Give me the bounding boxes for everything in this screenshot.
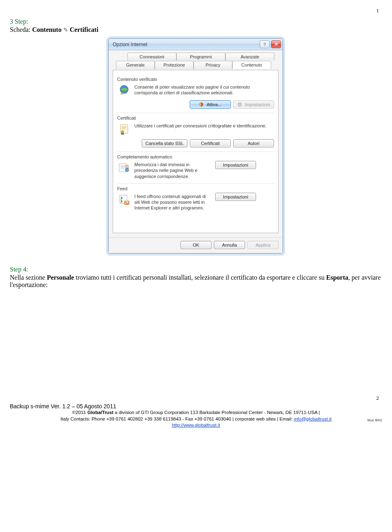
group-contenuto-verificato-header: Contenuto verificato xyxy=(117,77,274,82)
close-icon: ✕ xyxy=(274,42,278,47)
tab-privacy[interactable]: Privacy xyxy=(194,61,232,69)
group-certificati-header: Certificati xyxy=(117,116,274,120)
footer-line1-post: a division of GTI Group Corporation 113 … xyxy=(114,410,320,415)
help-button[interactable]: ? xyxy=(260,40,270,48)
tab-generale[interactable]: Generale xyxy=(116,61,155,69)
tab-panel-contenuto: Contenuto verificato Consente di poter v… xyxy=(113,70,278,233)
step4-label: Step 4: xyxy=(10,266,28,273)
footer-title: Backup s-mime Ver. 1.2 – 05 Agosto 2011 xyxy=(10,403,382,410)
dialog-title: Opzioni Internet xyxy=(113,42,147,47)
footer-mod: Mod. B002 xyxy=(368,418,382,423)
group-completamento-header: Completamento automatico xyxy=(117,154,274,159)
step3-label-text: 3 Step: xyxy=(10,18,28,25)
tab-protezione[interactable]: Protezione xyxy=(155,61,194,69)
step4-paragraph: Nella sezione Personale troviamo tutti i… xyxy=(10,274,382,289)
tab-programmi[interactable]: Programmi xyxy=(176,53,225,60)
pencil-icon: ✎ xyxy=(63,27,68,33)
step4-esporta: Esporta xyxy=(326,274,348,281)
page-number-top: 1 xyxy=(10,7,382,14)
globe-star-icon xyxy=(117,83,131,97)
certificati-button[interactable]: Certificati xyxy=(190,139,231,147)
footer-email-link[interactable]: info@globaltrust.it xyxy=(294,416,332,421)
impostazioni-feed-button[interactable]: Impostazioni xyxy=(215,193,256,201)
scheda-certificati: Certificati xyxy=(70,26,98,33)
footer-line1-pre: ©2011 xyxy=(72,410,87,415)
footer-line2: Italy Contacts: Phone +39 0761 402802 +3… xyxy=(10,416,382,423)
footer-url-link[interactable]: http://www.globaltrust.it xyxy=(172,423,220,427)
close-button[interactable]: ✕ xyxy=(271,40,281,48)
step4-mid: troviamo tutti i certificati personali i… xyxy=(74,274,326,281)
dialog-footer: OK Annulla Applica xyxy=(109,237,283,253)
dialog-titlebar[interactable]: Opzioni Internet ? ✕ xyxy=(109,39,283,50)
step4-pre: Nella sezione xyxy=(10,274,47,281)
group-feed-header: Feed xyxy=(117,186,274,191)
group1-desc: Consente di poter visualizzare solo pagi… xyxy=(134,83,274,97)
tab-strip: Connessioni Programmi Avanzate Generale … xyxy=(113,53,278,71)
autori-button[interactable]: Autori xyxy=(233,139,274,147)
svg-rect-12 xyxy=(125,168,129,171)
internet-options-dialog: Opzioni Internet ? ✕ Connessioni Program… xyxy=(108,38,283,254)
footer-globaltrust: GlobalTrust xyxy=(87,410,114,415)
tab-connessioni[interactable]: Connessioni xyxy=(127,53,176,60)
step3-label: 3 Step: xyxy=(10,18,382,25)
certificate-icon xyxy=(117,122,131,136)
ok-button[interactable]: OK xyxy=(180,241,212,249)
footer-line1: ©2011 GlobalTrust a division of GTI Grou… xyxy=(10,410,382,416)
form-autocomplete-icon xyxy=(117,161,131,175)
impostazioni-contenuto-button[interactable]: Impostazioni xyxy=(233,100,274,109)
tab-avanzate[interactable]: Avanzate xyxy=(225,53,274,60)
footer-line2-pre: Italy Contacts: Phone +39 0761 402802 +3… xyxy=(60,416,294,421)
annulla-button[interactable]: Annulla xyxy=(214,241,245,249)
page-number-bottom: 2 xyxy=(10,395,382,401)
help-icon: ? xyxy=(263,42,266,47)
cancella-ssl-button[interactable]: Cancella stato SSL xyxy=(142,139,187,147)
step4-personale: Personale xyxy=(47,274,74,281)
impostazioni-completamento-button[interactable]: Impostazioni xyxy=(215,161,256,169)
feed-icon xyxy=(117,193,131,207)
scheda-contenuto: Contenuto xyxy=(32,26,62,33)
footer-url-line: http://www.globaltrust.it xyxy=(10,422,382,429)
scheda-prefix: Scheda: xyxy=(10,26,32,33)
shield-icon xyxy=(199,102,204,107)
document-footer: Backup s-mime Ver. 1.2 – 05 Agosto 2011 … xyxy=(10,403,382,429)
step4-block: Step 4: Nella sezione Personale troviamo… xyxy=(10,266,382,289)
tab-contenuto[interactable]: Contenuto xyxy=(232,61,271,69)
group4-desc: I feed offrono contenuti aggiornati di s… xyxy=(134,193,212,211)
svg-point-15 xyxy=(125,203,126,204)
impostazioni-contenuto-label: Impostazioni xyxy=(245,102,270,107)
attiva-button[interactable]: Attiva... xyxy=(190,100,231,109)
shield-grey-icon xyxy=(237,102,242,107)
step3-scheda-line: Scheda: Contenuto ✎ Certificati xyxy=(10,26,382,33)
applica-button[interactable]: Applica xyxy=(247,241,278,249)
group2-desc: Utilizzare i certificati per connessioni… xyxy=(134,122,274,136)
group3-desc: Memorizza i dati immessi in precedenza n… xyxy=(134,161,212,179)
attiva-button-label: Attiva... xyxy=(207,102,222,107)
svg-point-11 xyxy=(125,165,129,168)
